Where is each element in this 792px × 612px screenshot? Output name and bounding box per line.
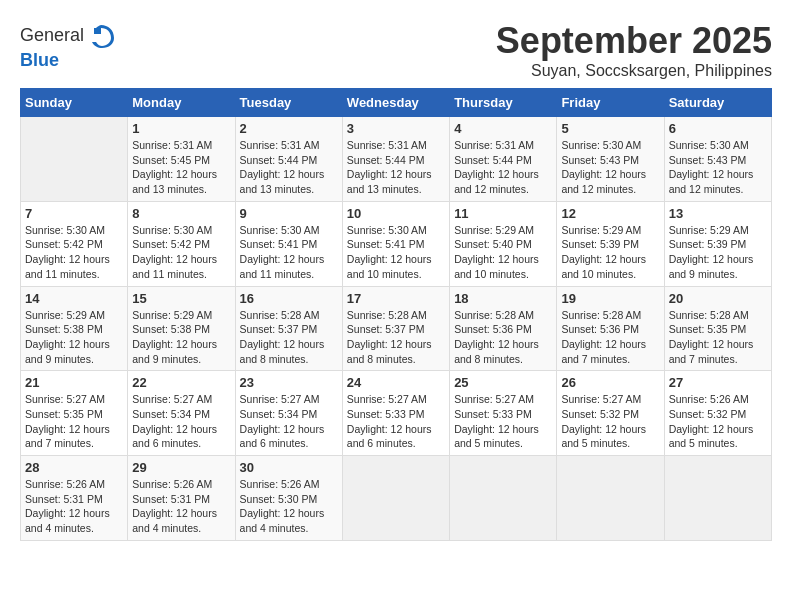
calendar-cell (450, 456, 557, 541)
calendar-cell: 15Sunrise: 5:29 AM Sunset: 5:38 PM Dayli… (128, 286, 235, 371)
day-info: Sunrise: 5:27 AM Sunset: 5:33 PM Dayligh… (347, 392, 445, 451)
day-number: 24 (347, 375, 445, 390)
days-header-row: SundayMondayTuesdayWednesdayThursdayFrid… (21, 89, 772, 117)
day-info: Sunrise: 5:28 AM Sunset: 5:35 PM Dayligh… (669, 308, 767, 367)
main-title: September 2025 (496, 20, 772, 62)
day-info: Sunrise: 5:29 AM Sunset: 5:39 PM Dayligh… (561, 223, 659, 282)
day-number: 28 (25, 460, 123, 475)
day-header-sunday: Sunday (21, 89, 128, 117)
subtitle: Suyan, Soccsksargen, Philippines (496, 62, 772, 80)
day-info: Sunrise: 5:31 AM Sunset: 5:44 PM Dayligh… (240, 138, 338, 197)
calendar-cell: 19Sunrise: 5:28 AM Sunset: 5:36 PM Dayli… (557, 286, 664, 371)
day-number: 12 (561, 206, 659, 221)
day-info: Sunrise: 5:28 AM Sunset: 5:37 PM Dayligh… (347, 308, 445, 367)
day-header-saturday: Saturday (664, 89, 771, 117)
week-row-2: 7Sunrise: 5:30 AM Sunset: 5:42 PM Daylig… (21, 201, 772, 286)
calendar-cell: 10Sunrise: 5:30 AM Sunset: 5:41 PM Dayli… (342, 201, 449, 286)
calendar-cell: 5Sunrise: 5:30 AM Sunset: 5:43 PM Daylig… (557, 117, 664, 202)
day-number: 5 (561, 121, 659, 136)
day-number: 8 (132, 206, 230, 221)
calendar-cell: 14Sunrise: 5:29 AM Sunset: 5:38 PM Dayli… (21, 286, 128, 371)
day-info: Sunrise: 5:30 AM Sunset: 5:41 PM Dayligh… (240, 223, 338, 282)
calendar-cell: 21Sunrise: 5:27 AM Sunset: 5:35 PM Dayli… (21, 371, 128, 456)
calendar-cell: 4Sunrise: 5:31 AM Sunset: 5:44 PM Daylig… (450, 117, 557, 202)
day-number: 18 (454, 291, 552, 306)
day-number: 13 (669, 206, 767, 221)
calendar-cell: 18Sunrise: 5:28 AM Sunset: 5:36 PM Dayli… (450, 286, 557, 371)
day-number: 21 (25, 375, 123, 390)
day-number: 14 (25, 291, 123, 306)
calendar-cell: 17Sunrise: 5:28 AM Sunset: 5:37 PM Dayli… (342, 286, 449, 371)
day-header-tuesday: Tuesday (235, 89, 342, 117)
calendar-cell: 30Sunrise: 5:26 AM Sunset: 5:30 PM Dayli… (235, 456, 342, 541)
day-number: 22 (132, 375, 230, 390)
calendar-cell (21, 117, 128, 202)
day-info: Sunrise: 5:27 AM Sunset: 5:32 PM Dayligh… (561, 392, 659, 451)
week-row-3: 14Sunrise: 5:29 AM Sunset: 5:38 PM Dayli… (21, 286, 772, 371)
calendar-cell: 9Sunrise: 5:30 AM Sunset: 5:41 PM Daylig… (235, 201, 342, 286)
calendar-cell: 26Sunrise: 5:27 AM Sunset: 5:32 PM Dayli… (557, 371, 664, 456)
calendar-cell: 28Sunrise: 5:26 AM Sunset: 5:31 PM Dayli… (21, 456, 128, 541)
day-number: 27 (669, 375, 767, 390)
day-number: 3 (347, 121, 445, 136)
day-info: Sunrise: 5:31 AM Sunset: 5:44 PM Dayligh… (454, 138, 552, 197)
calendar-cell: 22Sunrise: 5:27 AM Sunset: 5:34 PM Dayli… (128, 371, 235, 456)
logo-blue-text: Blue (20, 50, 59, 70)
logo: General Blue (20, 20, 116, 71)
day-info: Sunrise: 5:26 AM Sunset: 5:31 PM Dayligh… (132, 477, 230, 536)
day-header-monday: Monday (128, 89, 235, 117)
day-info: Sunrise: 5:26 AM Sunset: 5:30 PM Dayligh… (240, 477, 338, 536)
day-info: Sunrise: 5:30 AM Sunset: 5:41 PM Dayligh… (347, 223, 445, 282)
calendar-cell: 8Sunrise: 5:30 AM Sunset: 5:42 PM Daylig… (128, 201, 235, 286)
day-info: Sunrise: 5:30 AM Sunset: 5:43 PM Dayligh… (561, 138, 659, 197)
day-info: Sunrise: 5:29 AM Sunset: 5:38 PM Dayligh… (132, 308, 230, 367)
day-number: 10 (347, 206, 445, 221)
week-row-1: 1Sunrise: 5:31 AM Sunset: 5:45 PM Daylig… (21, 117, 772, 202)
day-number: 1 (132, 121, 230, 136)
logo-general-text: General (20, 25, 84, 46)
week-row-4: 21Sunrise: 5:27 AM Sunset: 5:35 PM Dayli… (21, 371, 772, 456)
day-number: 30 (240, 460, 338, 475)
day-number: 17 (347, 291, 445, 306)
day-info: Sunrise: 5:28 AM Sunset: 5:36 PM Dayligh… (454, 308, 552, 367)
calendar-cell: 1Sunrise: 5:31 AM Sunset: 5:45 PM Daylig… (128, 117, 235, 202)
calendar-cell: 23Sunrise: 5:27 AM Sunset: 5:34 PM Dayli… (235, 371, 342, 456)
day-number: 4 (454, 121, 552, 136)
calendar-cell (664, 456, 771, 541)
day-number: 25 (454, 375, 552, 390)
day-info: Sunrise: 5:29 AM Sunset: 5:38 PM Dayligh… (25, 308, 123, 367)
day-number: 2 (240, 121, 338, 136)
day-info: Sunrise: 5:29 AM Sunset: 5:40 PM Dayligh… (454, 223, 552, 282)
day-info: Sunrise: 5:31 AM Sunset: 5:44 PM Dayligh… (347, 138, 445, 197)
day-info: Sunrise: 5:27 AM Sunset: 5:34 PM Dayligh… (132, 392, 230, 451)
day-header-wednesday: Wednesday (342, 89, 449, 117)
day-info: Sunrise: 5:31 AM Sunset: 5:45 PM Dayligh… (132, 138, 230, 197)
day-info: Sunrise: 5:26 AM Sunset: 5:31 PM Dayligh… (25, 477, 123, 536)
calendar-cell: 24Sunrise: 5:27 AM Sunset: 5:33 PM Dayli… (342, 371, 449, 456)
logo-icon (86, 20, 116, 50)
day-info: Sunrise: 5:30 AM Sunset: 5:43 PM Dayligh… (669, 138, 767, 197)
day-number: 20 (669, 291, 767, 306)
week-row-5: 28Sunrise: 5:26 AM Sunset: 5:31 PM Dayli… (21, 456, 772, 541)
day-number: 6 (669, 121, 767, 136)
day-info: Sunrise: 5:30 AM Sunset: 5:42 PM Dayligh… (132, 223, 230, 282)
calendar-cell: 7Sunrise: 5:30 AM Sunset: 5:42 PM Daylig… (21, 201, 128, 286)
day-number: 15 (132, 291, 230, 306)
calendar-cell: 2Sunrise: 5:31 AM Sunset: 5:44 PM Daylig… (235, 117, 342, 202)
title-block: September 2025 Suyan, Soccsksargen, Phil… (496, 20, 772, 80)
day-number: 23 (240, 375, 338, 390)
day-number: 9 (240, 206, 338, 221)
calendar-cell: 3Sunrise: 5:31 AM Sunset: 5:44 PM Daylig… (342, 117, 449, 202)
day-info: Sunrise: 5:27 AM Sunset: 5:35 PM Dayligh… (25, 392, 123, 451)
calendar-cell: 29Sunrise: 5:26 AM Sunset: 5:31 PM Dayli… (128, 456, 235, 541)
day-number: 16 (240, 291, 338, 306)
day-info: Sunrise: 5:27 AM Sunset: 5:34 PM Dayligh… (240, 392, 338, 451)
calendar-cell: 16Sunrise: 5:28 AM Sunset: 5:37 PM Dayli… (235, 286, 342, 371)
page-header: General Blue September 2025 Suyan, Soccs… (20, 20, 772, 80)
day-info: Sunrise: 5:28 AM Sunset: 5:36 PM Dayligh… (561, 308, 659, 367)
calendar-cell: 13Sunrise: 5:29 AM Sunset: 5:39 PM Dayli… (664, 201, 771, 286)
day-number: 19 (561, 291, 659, 306)
day-number: 11 (454, 206, 552, 221)
calendar-cell: 6Sunrise: 5:30 AM Sunset: 5:43 PM Daylig… (664, 117, 771, 202)
day-header-friday: Friday (557, 89, 664, 117)
